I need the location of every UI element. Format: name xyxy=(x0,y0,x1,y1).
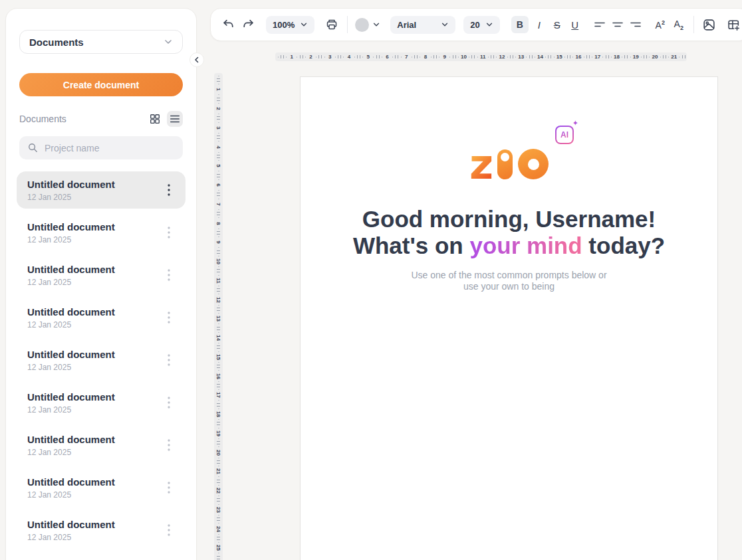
ruler-number: 21 xyxy=(214,468,223,476)
ruler-ticks xyxy=(392,55,403,58)
document-title: Untitled document xyxy=(27,221,115,233)
ruler-ticks xyxy=(217,399,220,411)
grid-view-icon[interactable] xyxy=(147,111,163,127)
undo-icon[interactable] xyxy=(219,16,237,33)
italic-button[interactable]: I xyxy=(531,16,548,33)
document-list-item[interactable]: Untitled document12 Jan 2025 xyxy=(17,256,186,294)
document-list-item[interactable]: Untitled document12 Jan 2025 xyxy=(17,299,186,336)
create-document-button[interactable]: Create document xyxy=(19,73,183,96)
ruler-ticks xyxy=(217,189,220,201)
subscript-button[interactable]: A2 xyxy=(670,16,687,33)
ruler-ticks xyxy=(563,55,574,58)
document-list-item[interactable]: Untitled document12 Jan 2025 xyxy=(17,341,186,379)
align-right-icon[interactable] xyxy=(627,16,644,33)
ruler-number: 19 xyxy=(214,429,223,437)
ruler-number: 12 xyxy=(214,296,223,304)
kebab-menu-icon[interactable] xyxy=(162,479,176,496)
bold-button[interactable]: B xyxy=(511,16,529,33)
align-left-icon[interactable] xyxy=(591,16,608,33)
greeting-line1: Good morning, Username! xyxy=(362,206,656,232)
document-list-item[interactable]: Untitled document12 Jan 2025 xyxy=(17,384,186,421)
document-list-item[interactable]: Untitled document12 Jan 2025 xyxy=(17,214,186,251)
ruler-ticks xyxy=(217,284,220,296)
kebab-menu-icon[interactable] xyxy=(162,521,176,539)
font-family-select[interactable]: Arial xyxy=(390,16,455,34)
list-view-icon[interactable] xyxy=(167,111,183,127)
view-toggles xyxy=(147,111,183,127)
toolbar: 100% Arial 20 B I S U A2 A2 xyxy=(210,8,742,41)
kebab-menu-icon[interactable] xyxy=(162,351,176,369)
document-info: Untitled document12 Jan 2025 xyxy=(27,434,115,457)
search-input[interactable] xyxy=(45,143,175,153)
ruler-number: 18 xyxy=(214,411,223,419)
ruler-ticks xyxy=(217,266,220,277)
kebab-menu-icon[interactable] xyxy=(162,266,176,284)
kebab-menu-icon[interactable] xyxy=(162,309,176,326)
greeting-line2-prefix: What's on xyxy=(353,233,470,258)
ruler-number: 20 xyxy=(214,448,223,456)
document-list-item[interactable]: Untitled document12 Jan 2025 xyxy=(17,512,186,549)
ruler-number: 6 xyxy=(384,54,392,60)
vertical-ruler: 1234567891011121314151617181920212223242… xyxy=(214,73,223,560)
print-icon[interactable] xyxy=(323,16,340,33)
ruler-ticks xyxy=(217,419,220,430)
ruler-number: 19 xyxy=(632,54,640,60)
document-info: Untitled document12 Jan 2025 xyxy=(27,391,115,415)
ruler-ticks xyxy=(296,55,307,58)
document-info: Untitled document12 Jan 2025 xyxy=(27,221,115,244)
ruler-ticks xyxy=(217,170,220,181)
ruler-number: 14 xyxy=(214,334,223,342)
ruler-number: 14 xyxy=(537,54,545,60)
kebab-menu-icon[interactable] xyxy=(162,394,176,411)
ruler-number: 13 xyxy=(517,54,525,60)
document-title: Untitled document xyxy=(27,391,115,403)
ruler-ticks xyxy=(334,55,345,58)
search-box[interactable] xyxy=(19,136,183,159)
ruler-number: 9 xyxy=(441,54,449,60)
font-size-select[interactable]: 20 xyxy=(463,16,499,34)
insert-image-icon[interactable] xyxy=(701,16,718,33)
greeting-subtitle: Use one of the most common prompts below… xyxy=(301,270,717,292)
align-center-icon[interactable] xyxy=(609,16,626,33)
ruler-ticks xyxy=(217,495,220,506)
kebab-menu-icon[interactable] xyxy=(162,181,176,199)
greeting-line2-suffix: today? xyxy=(582,233,665,258)
ruler-ticks xyxy=(372,55,384,58)
document-date: 12 Jan 2025 xyxy=(27,533,115,542)
ruler-number: 23 xyxy=(214,506,223,513)
ruler-ticks xyxy=(217,304,220,315)
zoom-select[interactable]: 100% xyxy=(266,16,314,34)
ruler-number: 15 xyxy=(214,353,223,361)
sidebar-collapse-button[interactable] xyxy=(189,52,204,67)
underline-button[interactable]: U xyxy=(566,16,584,33)
kebab-menu-icon[interactable] xyxy=(162,224,176,241)
ruler-number: 11 xyxy=(214,276,223,284)
insert-table-icon[interactable] xyxy=(725,16,742,33)
ruler-ticks xyxy=(468,55,479,58)
ruler-number: 25 xyxy=(214,544,223,552)
horizontal-ruler: 1234567891011121314151617181920212223 xyxy=(275,52,687,61)
collection-dropdown[interactable]: Documents xyxy=(19,30,183,54)
ruler-number: 11 xyxy=(479,54,487,60)
strikethrough-button[interactable]: S xyxy=(549,16,566,33)
ruler-ticks xyxy=(640,55,651,58)
ruler-ticks xyxy=(217,246,220,258)
text-color-picker[interactable] xyxy=(355,18,380,32)
document-info: Untitled document12 Jan 2025 xyxy=(27,179,115,202)
ruler-number: 24 xyxy=(214,525,223,533)
kebab-menu-icon[interactable] xyxy=(162,436,176,454)
greeting-highlight: your mind xyxy=(469,233,582,258)
ruler-ticks xyxy=(545,55,556,58)
document-list: Untitled document12 Jan 2025Untitled doc… xyxy=(19,171,183,549)
document-page[interactable]: z AI ✦ Good morning, Username! What's on… xyxy=(300,76,718,560)
document-title: Untitled document xyxy=(27,264,115,275)
document-list-item[interactable]: Untitled document12 Jan 2025 xyxy=(17,469,186,506)
document-list-item[interactable]: Untitled document12 Jan 2025 xyxy=(17,171,186,209)
document-title: Untitled document xyxy=(27,306,115,318)
redo-icon[interactable] xyxy=(239,16,257,33)
document-title: Untitled document xyxy=(27,519,115,530)
superscript-button[interactable]: A2 xyxy=(652,16,669,33)
subtitle-line2: use your own to being xyxy=(463,281,555,292)
greeting-heading: Good morning, Username! What's on your m… xyxy=(301,206,717,259)
document-list-item[interactable]: Untitled document12 Jan 2025 xyxy=(17,426,186,464)
